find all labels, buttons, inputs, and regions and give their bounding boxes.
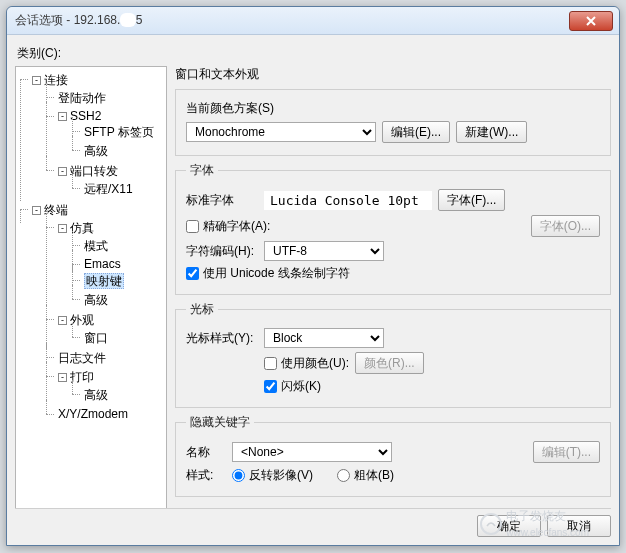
tree-node-advanced[interactable]: 高级 [84, 144, 108, 158]
exact-font-button: 字体(O)... [531, 215, 600, 237]
font-button[interactable]: 字体(F)... [438, 189, 505, 211]
tree-node-advanced[interactable]: 高级 [84, 388, 108, 402]
font-legend: 字体 [186, 162, 218, 179]
settings-panel: 窗口和文本外观 当前颜色方案(S) Monochrome 编辑(E)... 新建… [175, 66, 611, 534]
panel-heading: 窗口和文本外观 [175, 66, 611, 83]
cursor-color-button: 颜色(R)... [355, 352, 424, 374]
blink-checkbox[interactable]: 闪烁(K) [264, 378, 321, 395]
tree-toggle-icon[interactable]: - [58, 224, 67, 233]
tree-node-terminal[interactable]: 终端 [44, 203, 68, 217]
tree-node-xyzmodem[interactable]: X/Y/Zmodem [58, 407, 128, 421]
keyword-style-label: 样式: [186, 467, 226, 484]
tree-node-remote-x11[interactable]: 远程/X11 [84, 182, 133, 196]
use-color-checkbox[interactable]: 使用颜色(U): [264, 355, 349, 372]
session-options-window: 会话选项 - 192.168. 5 类别(C): -连接 登陆动作 -SSH2 [6, 6, 620, 546]
edit-scheme-button[interactable]: 编辑(E)... [382, 121, 450, 143]
window-title: 会话选项 - 192.168. 5 [13, 12, 569, 29]
tree-toggle-icon[interactable]: - [58, 316, 67, 325]
color-scheme-select[interactable]: Monochrome [186, 122, 376, 142]
keyword-name-label: 名称 [186, 444, 226, 461]
charset-label: 字符编码(H): [186, 243, 258, 260]
cursor-style-label: 光标样式(Y): [186, 330, 258, 347]
dialog-body: 类别(C): -连接 登陆动作 -SSH2 SFTP 标签页 高级 [15, 41, 611, 537]
hide-keyword-legend: 隐藏关键字 [186, 414, 254, 431]
cursor-style-select[interactable]: Block [264, 328, 384, 348]
tree-node-login-action[interactable]: 登陆动作 [58, 91, 106, 105]
cursor-group: 光标 光标样式(Y): Block 使用颜色(U): 颜色(R)... 闪烁(K… [175, 301, 611, 408]
cursor-legend: 光标 [186, 301, 218, 318]
tree-node-appearance[interactable]: 外观 [70, 313, 94, 327]
category-label: 类别(C): [17, 45, 609, 62]
cancel-button[interactable]: 取消 [547, 515, 611, 534]
tree-node-print[interactable]: 打印 [70, 370, 94, 384]
close-icon [586, 16, 596, 26]
standard-font-label: 标准字体 [186, 192, 258, 209]
tree-toggle-icon[interactable]: - [32, 76, 41, 85]
tree-node-connection[interactable]: 连接 [44, 73, 68, 87]
category-tree[interactable]: -连接 登陆动作 -SSH2 SFTP 标签页 高级 -端口转发 [15, 66, 167, 534]
unicode-linedraw-checkbox[interactable]: 使用 Unicode 线条绘制字符 [186, 265, 350, 282]
tree-node-ssh2[interactable]: SSH2 [70, 109, 101, 123]
scheme-label: 当前颜色方案(S) [186, 100, 274, 117]
color-scheme-group: 当前颜色方案(S) Monochrome 编辑(E)... 新建(W)... [175, 89, 611, 156]
tree-node-logfiles[interactable]: 日志文件 [58, 351, 106, 365]
tree-node-mode[interactable]: 模式 [84, 239, 108, 253]
keyword-name-select[interactable]: <None> [232, 442, 392, 462]
close-button[interactable] [569, 11, 613, 31]
tree-node-emacs[interactable]: Emacs [84, 257, 121, 271]
tree-node-emulation[interactable]: 仿真 [70, 221, 94, 235]
dialog-button-bar: 确定 取消 [175, 508, 611, 534]
font-group: 字体 标准字体 Lucida Console 10pt 字体(F)... 精确字… [175, 162, 611, 295]
tree-node-port-forward[interactable]: 端口转发 [70, 164, 118, 178]
ok-button[interactable]: 确定 [477, 515, 541, 534]
exact-font-checkbox[interactable]: 精确字体(A): [186, 218, 270, 235]
keyword-edit-button: 编辑(T)... [533, 441, 600, 463]
standard-font-display: Lucida Console 10pt [264, 191, 432, 210]
hide-keyword-group: 隐藏关键字 名称 <None> 编辑(T)... 样式: 反转影像(V) 粗体(… [175, 414, 611, 497]
tree-node-advanced[interactable]: 高级 [84, 293, 108, 307]
charset-select[interactable]: UTF-8 [264, 241, 384, 261]
tree-toggle-icon[interactable]: - [32, 206, 41, 215]
new-scheme-button[interactable]: 新建(W)... [456, 121, 527, 143]
tree-node-window[interactable]: 窗口 [84, 331, 108, 345]
style-bold-radio[interactable]: 粗体(B) [337, 467, 394, 484]
tree-toggle-icon[interactable]: - [58, 167, 67, 176]
tree-toggle-icon[interactable]: - [58, 373, 67, 382]
tree-node-sftp-tab[interactable]: SFTP 标签页 [84, 125, 154, 139]
titlebar: 会话选项 - 192.168. 5 [7, 7, 619, 35]
tree-node-mapkeys[interactable]: 映射键 [84, 273, 124, 289]
style-invert-radio[interactable]: 反转影像(V) [232, 467, 313, 484]
tree-toggle-icon[interactable]: - [58, 112, 67, 121]
